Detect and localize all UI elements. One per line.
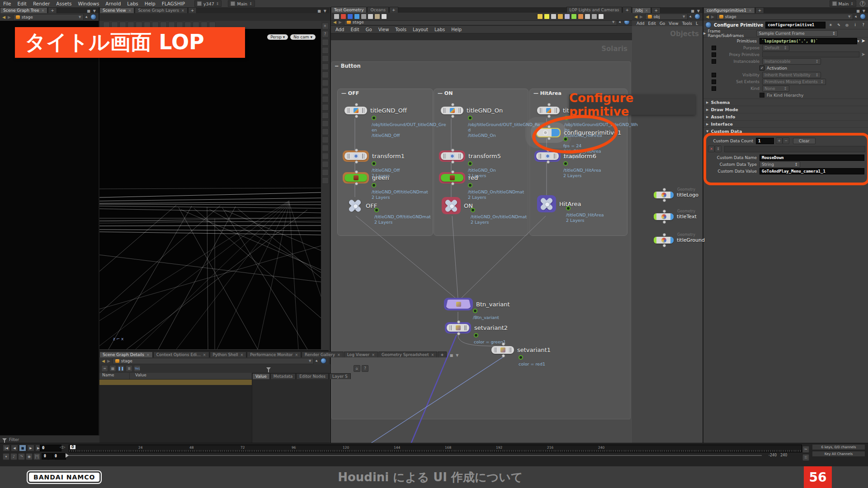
node-body[interactable] xyxy=(537,107,560,114)
viewport-side-tool-12[interactable] xyxy=(322,120,329,127)
shelf-tab-lop-lights[interactable]: LOP Lights and Cameras xyxy=(566,7,623,13)
pane-maximize-icon[interactable]: ■ xyxy=(691,9,694,13)
close-tab-icon[interactable]: × xyxy=(128,9,132,13)
node-body[interactable] xyxy=(443,199,459,212)
col-name[interactable]: Name xyxy=(99,373,129,379)
menu-flagship[interactable]: FLAGSHIP xyxy=(159,1,188,6)
close-tab-icon[interactable]: × xyxy=(42,9,45,13)
selected-row[interactable] xyxy=(99,380,252,385)
current-frame-field[interactable]: 0 xyxy=(40,445,61,451)
nav-back-icon[interactable]: ◀ xyxy=(2,15,5,19)
objnode-titleGround[interactable]: GeometrytitleGround xyxy=(654,237,705,244)
details-filter-icon[interactable] xyxy=(266,367,271,370)
close-tab-icon[interactable]: × xyxy=(146,353,150,357)
viewport-side-tool-13[interactable] xyxy=(322,128,329,135)
node-body[interactable] xyxy=(654,213,674,220)
frame-range-dropdown[interactable]: Sample Current Frame↕ xyxy=(756,30,838,37)
shelf-tab-add[interactable]: + xyxy=(389,7,398,13)
shelf-tool-r-0[interactable] xyxy=(537,14,543,19)
close-tab-icon[interactable]: × xyxy=(645,9,648,13)
netmenu-go[interactable]: Go xyxy=(366,27,372,32)
node-body[interactable] xyxy=(441,107,463,114)
viewport-side-tool-16[interactable] xyxy=(322,153,329,160)
pane-maximize-icon[interactable]: ■ xyxy=(450,353,453,357)
tab-details-0[interactable]: Scene Graph Details× xyxy=(99,352,153,357)
node-body[interactable] xyxy=(347,199,363,212)
node-transform1[interactable]: transform1 xyxy=(343,150,405,162)
playhead[interactable]: 0 xyxy=(70,445,75,449)
node-ON[interactable]: ON xyxy=(442,197,473,214)
pane-menu-icon[interactable]: ▼ xyxy=(697,9,700,13)
node-body[interactable] xyxy=(536,152,559,160)
close-tab-icon[interactable]: × xyxy=(337,353,340,357)
viewport-side-tool-11[interactable] xyxy=(322,112,329,119)
playbar-option-0[interactable]: ▾ xyxy=(3,453,9,460)
desktop-selector[interactable]: y347↕ xyxy=(194,0,222,7)
range-slider-handle[interactable] xyxy=(66,453,69,458)
shelf-tool-0[interactable] xyxy=(334,14,340,19)
menu-file[interactable]: File xyxy=(0,1,14,6)
node-body[interactable] xyxy=(654,192,674,198)
shelf-tab-0[interactable]: Test Geometry xyxy=(331,7,367,13)
stop-button[interactable]: ■ xyxy=(19,445,26,451)
param-dropdown[interactable]: Instanceable↕ xyxy=(762,58,821,65)
subtab-value[interactable]: Value xyxy=(252,373,270,379)
shelf-tool-r-3[interactable] xyxy=(557,14,563,19)
viewport-side-tool-2[interactable] xyxy=(322,39,329,46)
gear-icon[interactable]: ✳ xyxy=(828,22,834,28)
viewport-side-tool-3[interactable] xyxy=(322,47,329,54)
select-arrow-icon[interactable]: ➤ xyxy=(861,52,865,57)
shelf-tool-4[interactable] xyxy=(361,14,367,19)
proxy-field[interactable] xyxy=(762,52,859,57)
node-name-field[interactable]: configureprimitive1 xyxy=(765,22,826,28)
node-body[interactable] xyxy=(344,174,367,182)
tab-obj-network-add[interactable]: + xyxy=(651,7,660,13)
menu-labs[interactable]: Labs xyxy=(124,1,141,6)
no-cam-button[interactable]: No cam ▾ xyxy=(290,34,316,40)
playbar-option-2[interactable]: ↷ xyxy=(18,453,25,460)
subtab-metadata[interactable]: Metadata xyxy=(270,373,296,379)
param-dropdown[interactable]: Default↕ xyxy=(762,45,789,51)
node-OFF[interactable]: OFF xyxy=(347,199,377,212)
pin-icon[interactable]: ▸ xyxy=(689,14,693,19)
pane-menu-icon[interactable]: ▼ xyxy=(863,9,865,13)
objmenu-edit[interactable]: Edit xyxy=(648,21,656,26)
shelf-tool-r-6[interactable] xyxy=(578,14,584,19)
netmenu-help[interactable]: Help xyxy=(451,27,462,32)
viewport-side-tool-19[interactable] xyxy=(322,177,329,184)
objmenu-add[interactable]: Add xyxy=(637,21,644,26)
scissors-icon[interactable]: ✂ xyxy=(802,446,809,453)
param-channel-box[interactable] xyxy=(712,73,716,77)
sgt-content[interactable] xyxy=(0,21,99,441)
nav-back-icon[interactable]: ◀ xyxy=(634,14,637,19)
global-range[interactable]: -240240 xyxy=(769,453,787,457)
close-tab-icon[interactable]: × xyxy=(749,9,752,13)
details-help-icon[interactable]: ? xyxy=(362,365,368,372)
section-asset-info[interactable]: ▶Asset Info xyxy=(703,113,868,120)
node-body[interactable] xyxy=(654,237,674,244)
objmenu-view[interactable]: View xyxy=(669,21,678,26)
3d-viewport[interactable]: Persp ▾ No cam ▾ z ⌐ x xyxy=(99,29,321,349)
tab-scene-view-1[interactable]: Scene Graph Layers× xyxy=(135,7,187,13)
shelf-tool-1[interactable] xyxy=(340,14,346,19)
nav-forward-icon[interactable]: ▶ xyxy=(107,359,110,363)
menu-assets[interactable]: Assets xyxy=(53,1,75,6)
tab-parameters-add[interactable]: + xyxy=(755,7,764,13)
details-view-tool-4[interactable]: TRS xyxy=(134,365,141,372)
menu-edit[interactable]: Edit xyxy=(14,1,30,6)
chevron-down-icon[interactable]: ▼ xyxy=(848,15,850,19)
chevron-down-icon[interactable]: ▼ xyxy=(79,15,81,19)
close-tab-icon[interactable]: × xyxy=(241,353,244,357)
param-channel-box[interactable] xyxy=(712,80,716,84)
close-tab-icon[interactable]: × xyxy=(203,353,206,357)
netmenu-tools[interactable]: Tools xyxy=(395,27,406,32)
key-all-channels-button[interactable]: Key All Channels xyxy=(812,451,865,457)
shelf-tool-r-2[interactable] xyxy=(551,14,557,19)
tab-details-3[interactable]: Performance Monitor× xyxy=(247,352,301,357)
details-view-tool-2[interactable]: ❚❚ xyxy=(118,365,124,372)
pane-menu-icon[interactable]: ▼ xyxy=(456,353,458,357)
tab-details-4[interactable]: Render Gallery× xyxy=(302,352,344,357)
node-titleGND_Off[interactable]: titleGND_Off xyxy=(344,107,407,114)
col-value[interactable]: Value xyxy=(129,373,146,379)
tab-scene-view-0[interactable]: Scene View× xyxy=(99,7,134,13)
